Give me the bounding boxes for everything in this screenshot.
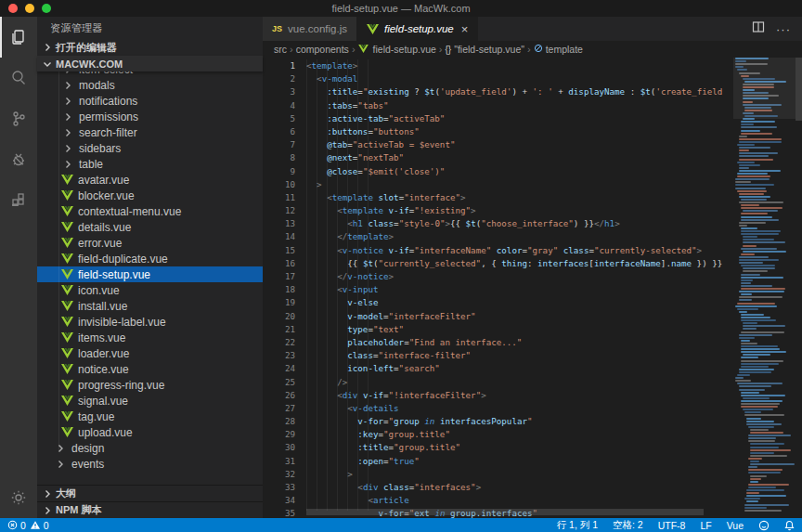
tree-file-progress-ring.vue[interactable]: progress-ring.vue (37, 377, 263, 393)
tree-item-label: items.vue (78, 331, 125, 344)
vertical-scrollbar[interactable] (796, 58, 802, 121)
indent-guide (347, 59, 348, 511)
code-line-20: v-model="interfaceFilter" (306, 310, 733, 323)
code-editor[interactable]: 1234567891011121314151617181920212223242… (263, 58, 802, 518)
tree-file-signal.vue[interactable]: signal.vue (37, 393, 263, 409)
debug-icon[interactable] (0, 139, 37, 180)
tree-item-label: notice.vue (78, 363, 129, 376)
settings-gear-icon[interactable] (0, 477, 37, 518)
tree-folder-notifications[interactable]: notifications (37, 93, 263, 109)
minimap-line (741, 395, 785, 396)
status-eol[interactable]: LF (700, 520, 711, 531)
horizontal-scrollbar[interactable] (306, 509, 704, 515)
npm-scripts-section[interactable]: NPM 脚本 (37, 501, 263, 518)
code-line-28: v-for="group in interfacesPopular" (306, 415, 733, 428)
tree-folder-design[interactable]: design (37, 440, 263, 456)
status-indentation[interactable]: 空格: 2 (613, 519, 643, 532)
tree-file-upload.vue[interactable]: upload.vue (37, 424, 263, 440)
tree-file-invisible-label.vue[interactable]: invisible-label.vue (37, 314, 263, 330)
more-actions-icon[interactable]: ··· (776, 22, 791, 36)
minimap-slider[interactable] (733, 58, 796, 119)
tree-folder-permissions[interactable]: permissions (37, 109, 263, 124)
chevron-right-icon (61, 71, 74, 76)
indent-guide (327, 59, 328, 511)
status-cursor-position[interactable]: 行 1, 列 1 (557, 519, 598, 532)
vue-icon (61, 396, 73, 406)
tree-item-label: field-setup.vue (78, 268, 150, 281)
minimap[interactable] (733, 58, 796, 518)
tree-file-avatar.vue[interactable]: avatar.vue (37, 172, 263, 188)
tab-vue-config-js[interactable]: JS vue.config.js (263, 17, 357, 41)
minimap-line (741, 360, 783, 362)
extensions-icon[interactable] (0, 180, 37, 221)
code-line-29: :key="group.title" (306, 428, 733, 441)
tree-file-blocker.vue[interactable]: blocker.vue (37, 188, 263, 203)
tree-item-label: upload.vue (78, 426, 133, 439)
explorer-icon[interactable] (0, 17, 37, 58)
open-editors-section[interactable]: 打开的编辑器 (37, 39, 263, 56)
tree-file-field-duplicate.vue[interactable]: field-duplicate.vue (37, 251, 263, 266)
minimap-line (739, 262, 763, 264)
minimap-line (748, 458, 762, 460)
chevron-right-icon (61, 126, 74, 139)
indent-guide (357, 59, 358, 511)
tree-file-details.vue[interactable]: details.vue (37, 219, 263, 235)
notifications-bell-icon[interactable] (784, 520, 795, 531)
breadcrumb-module[interactable]: {} "field-setup.vue" (446, 44, 524, 55)
minimap-line (741, 351, 786, 353)
minimap-line (735, 377, 744, 379)
feedback-smiley-icon[interactable] (758, 520, 770, 531)
minimap-line (741, 121, 775, 123)
breadcrumb-components[interactable]: components (296, 44, 349, 55)
tree-folder-table[interactable]: table (37, 156, 263, 172)
problems-warnings[interactable]: 0 (30, 520, 49, 531)
tree-item-label: sidebars (79, 142, 121, 155)
chevron-right-icon (61, 95, 74, 108)
problems-errors[interactable]: 0 (7, 520, 26, 531)
error-count: 0 (20, 520, 26, 531)
tab-label: vue.config.js (288, 23, 347, 34)
tree-file-tag.vue[interactable]: tag.vue (37, 409, 263, 424)
code-line-22: placeholder="Find an interface..." (306, 336, 733, 349)
tree-folder-events[interactable]: events (37, 456, 263, 472)
tree-folder-modals[interactable]: modals (37, 77, 263, 93)
minimap-line (743, 354, 770, 356)
minimap-line (741, 293, 752, 295)
tab-field-setup-vue[interactable]: field-setup.vue × (357, 17, 478, 41)
status-bar: 0 0 行 1, 列 1空格: 2UTF-8LFVue (0, 518, 802, 532)
tree-file-error.vue[interactable]: error.vue (37, 235, 263, 251)
tree-folder-search-filter[interactable]: search-filter (37, 124, 263, 140)
tree-file-notice.vue[interactable]: notice.vue (37, 361, 263, 377)
tree-file-loader.vue[interactable]: loader.vue (37, 345, 263, 361)
status-language-mode[interactable]: Vue (727, 520, 744, 531)
sidebar-title: 资源管理器 (37, 17, 263, 39)
minimap-line (737, 190, 767, 192)
split-editor-icon[interactable] (752, 20, 765, 37)
minimap-line (739, 225, 747, 227)
close-tab-icon[interactable]: × (461, 22, 469, 36)
tree-item-label: progress-ring.vue (78, 379, 164, 392)
breadcrumb-file[interactable]: field-setup.vue (358, 44, 436, 55)
file-tree: item-selectmodalsnotificationspermission… (37, 71, 263, 485)
tree-file-items.vue[interactable]: items.vue (37, 330, 263, 345)
root-folder-section[interactable]: MACWK.COM (37, 56, 263, 71)
vue-icon (61, 317, 73, 327)
minimap-line (746, 495, 786, 497)
tree-file-icon.vue[interactable]: icon.vue (37, 282, 263, 298)
tree-file-install.vue[interactable]: install.vue (37, 298, 263, 314)
breadcrumb-src[interactable]: src (274, 44, 287, 55)
outline-section[interactable]: 大纲 (37, 485, 263, 501)
tree-file-contextual-menu.vue[interactable]: contextual-menu.vue (37, 203, 263, 219)
status-encoding[interactable]: UTF-8 (658, 520, 686, 531)
minimap-line (741, 348, 780, 350)
minimap-line (735, 184, 774, 186)
tree-folder-sidebars[interactable]: sidebars (37, 140, 263, 156)
source-control-icon[interactable] (0, 98, 37, 139)
code-line-6: :buttons="buttons" (306, 125, 733, 138)
minimap-line (748, 440, 775, 442)
minimap-line (744, 411, 761, 413)
search-icon[interactable] (0, 58, 37, 98)
tree-file-field-setup.vue[interactable]: field-setup.vue (37, 266, 263, 282)
breadcrumb-template[interactable]: template (534, 44, 583, 55)
open-editors-label: 打开的编辑器 (56, 41, 117, 55)
